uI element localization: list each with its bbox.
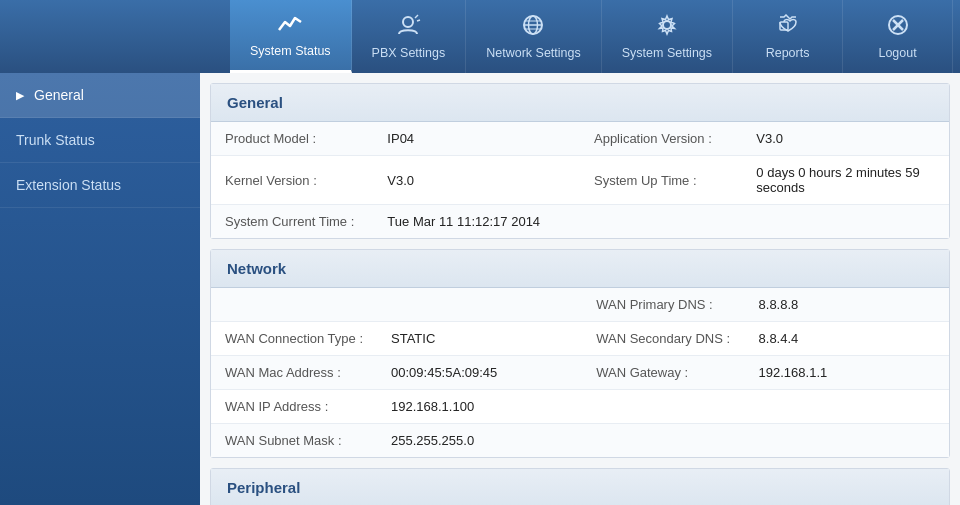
sidebar-trunk-label: Trunk Status — [16, 132, 95, 148]
nav-system-settings[interactable]: System Settings — [602, 0, 733, 73]
nav-system-settings-label: System Settings — [622, 46, 712, 60]
wan-ip-label: WAN IP Address : — [211, 390, 377, 424]
logout-icon — [885, 14, 911, 40]
app-version-label: Application Version : — [580, 122, 742, 156]
wan-mac-value: 00:09:45:5A:09:45 — [377, 356, 582, 390]
table-row: Product Model : IP04 Application Version… — [211, 122, 949, 156]
uptime-value: 0 days 0 hours 2 minutes 59 seconds — [742, 156, 949, 205]
sidebar-extension-label: Extension Status — [16, 177, 121, 193]
sidebar-general-label: General — [34, 87, 84, 103]
table-row: System Current Time : Tue Mar 11 11:12:1… — [211, 205, 949, 239]
table-row: WAN Mac Address : 00:09:45:5A:09:45 WAN … — [211, 356, 949, 390]
wan-secondary-dns-label: WAN Secondary DNS : — [582, 322, 744, 356]
product-model-label: Product Model : — [211, 122, 373, 156]
sidebar-item-trunk-status[interactable]: Trunk Status — [0, 118, 200, 163]
app-version-value: V3.0 — [742, 122, 949, 156]
wan-ip-value: 192.168.1.100 — [377, 390, 949, 424]
general-table: Product Model : IP04 Application Version… — [211, 122, 949, 238]
wan-subnet-value: 255.255.255.0 — [377, 424, 949, 458]
wan-primary-dns-label: WAN Primary DNS : — [582, 288, 744, 322]
wan-primary-dns-value: 8.8.8.8 — [745, 288, 949, 322]
nav-system-status-label: System Status — [250, 44, 331, 58]
sidebar: ▶ General Trunk Status Extension Status — [0, 73, 200, 505]
wan-gateway-label: WAN Gateway : — [582, 356, 744, 390]
nav-network-settings[interactable]: Network Settings — [466, 0, 601, 73]
current-time-label: System Current Time : — [211, 205, 373, 239]
current-time-value: Tue Mar 11 11:12:17 2014 — [373, 205, 949, 239]
main-content: General Product Model : IP04 Application… — [200, 73, 960, 505]
svg-point-8 — [663, 21, 671, 29]
wan-conn-empty-label — [211, 288, 377, 322]
kernel-version-label: Kernel Version : — [211, 156, 373, 205]
peripheral-section-header: Peripheral — [211, 469, 949, 505]
reports-icon — [775, 14, 801, 40]
nav-pbx-settings[interactable]: PBX Settings — [352, 0, 467, 73]
wan-gateway-value: 192.168.1.1 — [745, 356, 949, 390]
network-table: WAN Primary DNS : 8.8.8.8 WAN Connection… — [211, 288, 949, 457]
system-status-icon — [277, 12, 303, 38]
table-row: Kernel Version : V3.0 System Up Time : 0… — [211, 156, 949, 205]
product-model-value: IP04 — [373, 122, 580, 156]
wan-conn-type-value: STATIC — [377, 322, 582, 356]
svg-line-1 — [415, 15, 418, 18]
nav-system-status[interactable]: System Status — [230, 0, 352, 73]
uptime-label: System Up Time : — [580, 156, 742, 205]
nav-network-settings-label: Network Settings — [486, 46, 580, 60]
wan-secondary-dns-value: 8.8.4.4 — [745, 322, 949, 356]
peripheral-section: Peripheral Port 1 : FXS Port 2 : unplugg… — [210, 468, 950, 505]
nav-logout[interactable]: Logout — [843, 0, 953, 73]
general-section: General Product Model : IP04 Application… — [210, 83, 950, 239]
pbx-settings-icon — [395, 14, 421, 40]
svg-line-2 — [417, 20, 420, 21]
wan-conn-empty-value — [377, 288, 582, 322]
table-row: WAN IP Address : 192.168.1.100 — [211, 390, 949, 424]
nav-pbx-settings-label: PBX Settings — [372, 46, 446, 60]
layout: ▶ General Trunk Status Extension Status … — [0, 73, 960, 505]
wan-conn-type-label: WAN Connection Type : — [211, 322, 377, 356]
nav-reports[interactable]: Reports — [733, 0, 843, 73]
table-row: WAN Subnet Mask : 255.255.255.0 — [211, 424, 949, 458]
chevron-icon: ▶ — [16, 89, 24, 102]
wan-mac-label: WAN Mac Address : — [211, 356, 377, 390]
general-section-header: General — [211, 84, 949, 122]
wan-subnet-label: WAN Subnet Mask : — [211, 424, 377, 458]
sidebar-item-general[interactable]: ▶ General — [0, 73, 200, 118]
top-nav: System Status PBX Settings Network Setti… — [0, 0, 960, 73]
table-row: WAN Connection Type : STATIC WAN Seconda… — [211, 322, 949, 356]
system-settings-icon — [654, 14, 680, 40]
network-section-header: Network — [211, 250, 949, 288]
sidebar-item-extension-status[interactable]: Extension Status — [0, 163, 200, 208]
kernel-version-value: V3.0 — [373, 156, 580, 205]
nav-reports-label: Reports — [766, 46, 810, 60]
nav-logout-label: Logout — [878, 46, 916, 60]
network-settings-icon — [520, 14, 546, 40]
svg-point-0 — [403, 17, 413, 27]
network-section: Network WAN Primary DNS : 8.8.8.8 WAN Co… — [210, 249, 950, 458]
table-row: WAN Primary DNS : 8.8.8.8 — [211, 288, 949, 322]
